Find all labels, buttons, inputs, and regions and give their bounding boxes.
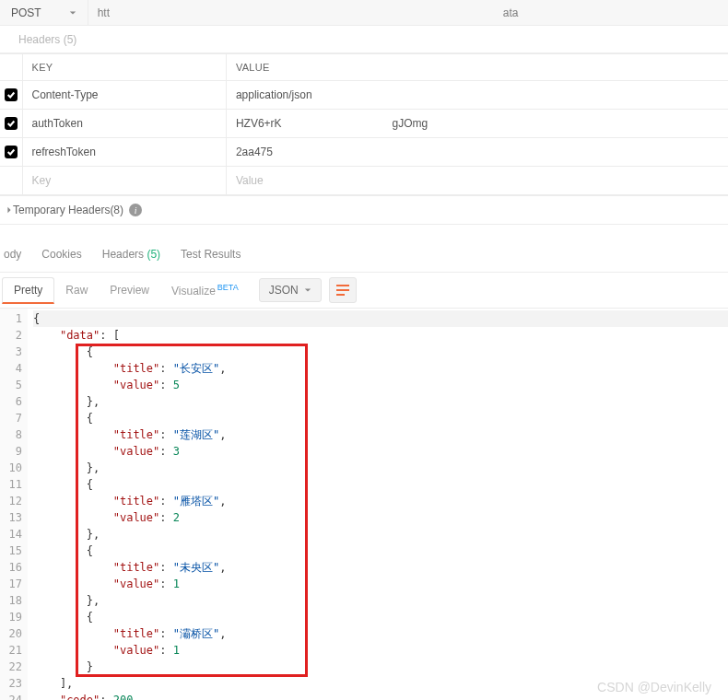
wrap-lines-button[interactable] bbox=[329, 277, 357, 303]
header-value[interactable]: application/json bbox=[226, 81, 728, 110]
header-key[interactable]: authToken bbox=[22, 110, 226, 138]
tab-headers[interactable]: Headers (5) bbox=[100, 248, 162, 261]
checkbox-icon[interactable] bbox=[5, 117, 18, 130]
new-header-row[interactable]: Key Value bbox=[0, 167, 728, 195]
tab-body[interactable]: ody bbox=[2, 248, 23, 261]
header-key[interactable]: Content-Type bbox=[22, 81, 226, 110]
table-row[interactable]: refreshToken2aa475 bbox=[0, 138, 728, 167]
checkbox-icon[interactable] bbox=[5, 146, 18, 158]
wrap-icon bbox=[335, 284, 350, 297]
temporary-headers-label: Temporary Headers bbox=[13, 204, 110, 216]
tab-cookies[interactable]: Cookies bbox=[40, 248, 83, 261]
response-tabs: ody Cookies Headers (5) Test Results bbox=[0, 236, 728, 273]
temporary-headers-count: (8) bbox=[110, 204, 123, 216]
format-dropdown[interactable]: JSON bbox=[259, 278, 322, 302]
table-row[interactable]: authTokenHZV6+rKgJOmg bbox=[0, 110, 728, 138]
code-content[interactable]: { "data": [ { "title": "长安区", "value": 5… bbox=[28, 309, 728, 700]
col-value: VALUE bbox=[226, 54, 728, 81]
watermark: CSDN @DevinKelly bbox=[597, 680, 711, 694]
checkbox-icon[interactable] bbox=[5, 88, 18, 101]
headers-label-truncated: Headers (5) bbox=[18, 33, 76, 46]
headers-section-toggle[interactable]: Headers (5) bbox=[0, 26, 728, 53]
col-key: KEY bbox=[22, 54, 226, 81]
temporary-headers-toggle[interactable]: Temporary Headers (8) i bbox=[0, 195, 728, 225]
view-visualize[interactable]: VisualizeBETA bbox=[160, 277, 250, 303]
chevron-down-icon bbox=[69, 9, 76, 17]
line-gutter: 1234567891011121314151617181920212223242… bbox=[0, 309, 28, 700]
header-value[interactable]: 2aa475 bbox=[226, 138, 728, 167]
tab-test-results[interactable]: Test Results bbox=[179, 248, 242, 261]
value-placeholder[interactable]: Value bbox=[226, 167, 728, 195]
headers-table: KEY VALUE Content-Typeapplication/jsonau… bbox=[0, 53, 728, 195]
key-placeholder[interactable]: Key bbox=[22, 167, 226, 195]
method-dropdown[interactable]: POST bbox=[0, 0, 88, 25]
method-label: POST bbox=[11, 6, 41, 19]
view-raw[interactable]: Raw bbox=[54, 278, 99, 302]
view-preview[interactable]: Preview bbox=[99, 278, 160, 302]
header-key[interactable]: refreshToken bbox=[22, 138, 226, 167]
request-bar: POST htt ata bbox=[0, 0, 728, 26]
caret-right-icon bbox=[6, 204, 13, 216]
response-body[interactable]: 1234567891011121314151617181920212223242… bbox=[0, 308, 728, 700]
table-header-row: KEY VALUE bbox=[0, 54, 728, 81]
view-bar: Pretty Raw Preview VisualizeBETA JSON bbox=[0, 273, 728, 308]
view-pretty[interactable]: Pretty bbox=[2, 277, 54, 304]
chevron-down-icon bbox=[304, 286, 311, 294]
header-value[interactable]: HZV6+rKgJOmg bbox=[226, 110, 728, 138]
table-row[interactable]: Content-Typeapplication/json bbox=[0, 81, 728, 110]
url-input[interactable]: htt ata bbox=[88, 6, 728, 19]
info-icon[interactable]: i bbox=[129, 204, 142, 216]
